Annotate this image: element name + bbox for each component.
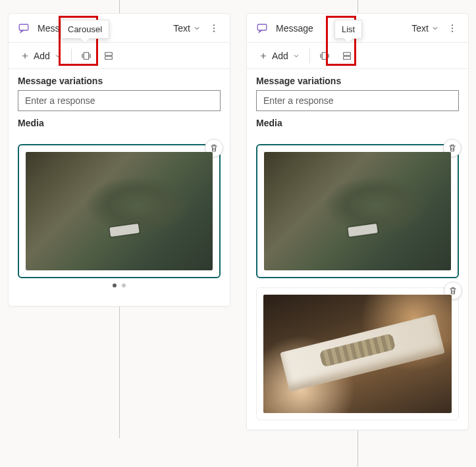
response-input[interactable] [18, 90, 221, 111]
toolbar: Add [9, 43, 230, 69]
toolbar-separator [71, 49, 72, 63]
response-type-dropdown[interactable]: Text [408, 20, 443, 36]
list-tooltip: List [334, 20, 362, 39]
trash-icon [448, 286, 458, 295]
svg-rect-7 [257, 24, 267, 30]
more-options-button[interactable] [205, 20, 223, 36]
media-heading: Media [9, 116, 230, 132]
media-item[interactable] [256, 287, 459, 420]
more-options-button[interactable] [443, 20, 462, 36]
media-image [26, 152, 213, 270]
svg-point-8 [452, 24, 453, 26]
card-header: Message Text [9, 14, 230, 43]
add-label: Add [34, 51, 50, 61]
variations-heading: Message variations [9, 69, 230, 90]
chevron-down-icon [431, 24, 439, 32]
media-image [264, 152, 451, 270]
layout-list-button[interactable] [98, 47, 119, 65]
message-node-card: Message Text Add [246, 13, 469, 430]
svg-point-3 [213, 30, 215, 32]
carousel-pager [18, 278, 221, 297]
plus-icon [20, 51, 30, 61]
chevron-down-icon [54, 52, 62, 60]
message-icon [256, 22, 268, 34]
svg-rect-13 [344, 56, 351, 59]
svg-rect-4 [84, 52, 89, 59]
svg-rect-6 [105, 56, 113, 59]
chevron-down-icon [292, 52, 300, 60]
media-heading: Media [247, 116, 468, 132]
media-item[interactable] [18, 144, 221, 278]
svg-point-2 [213, 27, 215, 28]
list-icon [103, 51, 114, 61]
list-icon [342, 51, 352, 61]
trash-icon [448, 143, 457, 153]
carousel-icon [80, 51, 92, 61]
svg-rect-11 [322, 52, 327, 59]
svg-point-10 [452, 30, 453, 32]
variations-heading: Message variations [247, 69, 468, 90]
layout-carousel-button[interactable] [314, 47, 335, 65]
svg-rect-12 [344, 52, 351, 55]
toolbar-separator [309, 49, 310, 63]
toolbar: Add [247, 43, 468, 69]
message-icon [18, 22, 30, 34]
response-type-label: Text [411, 23, 429, 34]
add-button[interactable]: Add [15, 48, 67, 64]
plus-icon [259, 51, 268, 61]
carousel-icon [319, 51, 331, 61]
svg-point-9 [452, 27, 453, 28]
chevron-down-icon [193, 24, 201, 32]
response-input[interactable] [256, 90, 459, 111]
message-node-card: Message Text Add [8, 13, 230, 307]
svg-rect-0 [19, 24, 28, 30]
svg-point-1 [213, 24, 215, 26]
media-image [263, 295, 452, 413]
media-item[interactable] [256, 144, 459, 278]
pager-dot[interactable] [113, 283, 117, 287]
response-type-dropdown[interactable]: Text [169, 20, 205, 36]
response-type-label: Text [173, 23, 190, 34]
trash-icon [209, 143, 219, 153]
add-label: Add [272, 51, 288, 61]
layout-carousel-button[interactable] [76, 47, 97, 65]
add-button[interactable]: Add [253, 48, 305, 64]
layout-list-button[interactable] [336, 47, 357, 65]
carousel-tooltip: Carousel [61, 20, 109, 39]
svg-rect-5 [105, 52, 113, 55]
pager-dot[interactable] [122, 283, 126, 287]
